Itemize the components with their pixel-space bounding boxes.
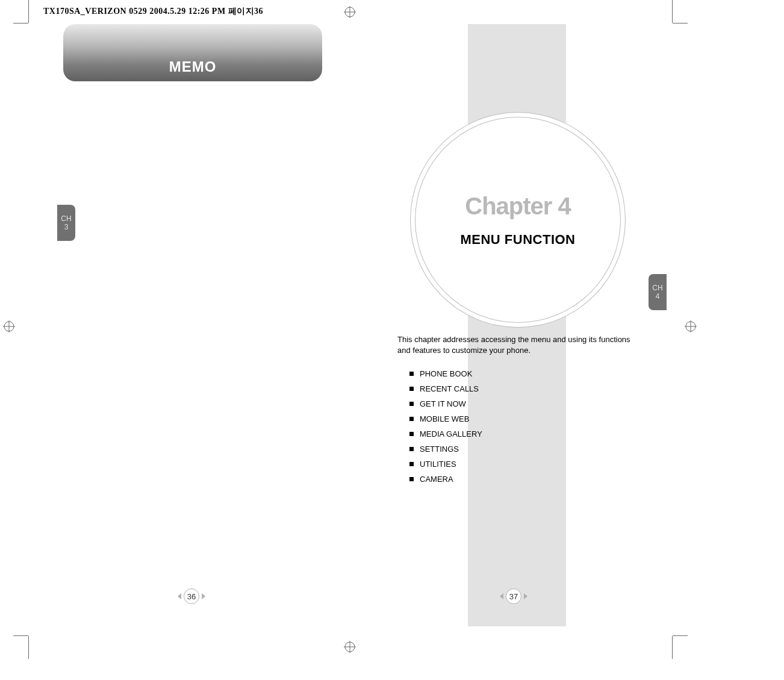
bullet-icon [409, 432, 414, 436]
menu-item-label: CAMERA [420, 475, 453, 484]
bullet-icon [409, 447, 414, 451]
crop-mark [28, 636, 29, 659]
chapter-subtitle: MENU FUNCTION [460, 232, 575, 248]
registration-mark-icon [685, 320, 697, 332]
list-item: MEDIA GALLERY [409, 429, 482, 438]
crop-mark [672, 0, 673, 23]
chapter-circle: Chapter 4 MENU FUNCTION [415, 117, 620, 322]
bullet-icon [409, 477, 414, 481]
bullet-icon [409, 387, 414, 391]
list-item: CAMERA [409, 475, 482, 484]
menu-list: PHONE BOOK RECENT CALLS GET IT NOW MOBIL… [409, 369, 482, 490]
chapter-tab-right: CH 4 [649, 274, 667, 310]
registration-mark-icon [3, 320, 15, 332]
bullet-icon [409, 372, 414, 376]
list-item: GET IT NOW [409, 399, 482, 408]
chapter-title: Chapter 4 [465, 193, 571, 220]
list-item: SETTINGS [409, 444, 482, 454]
menu-item-label: SETTINGS [420, 444, 459, 454]
memo-header-tab: MEMO [63, 24, 322, 81]
menu-item-label: PHONE BOOK [420, 369, 472, 378]
ch-number: 3 [64, 223, 69, 231]
chapter-description: This chapter addresses accessing the men… [397, 334, 641, 356]
document-header: TX170SA_VERIZON 0529 2004.5.29 12:26 PM … [43, 6, 263, 17]
crop-mark [673, 635, 688, 636]
bullet-icon [409, 417, 414, 421]
crop-mark [13, 23, 28, 23]
menu-item-label: MEDIA GALLERY [420, 429, 482, 438]
page-number-right: 37 [502, 588, 526, 604]
menu-item-label: MOBILE WEB [420, 414, 469, 423]
page-number-value: 36 [184, 588, 199, 604]
chapter-tab-left: CH 3 [57, 205, 75, 241]
list-item: MOBILE WEB [409, 414, 482, 423]
list-item: UTILITIES [409, 460, 482, 469]
bullet-icon [409, 402, 414, 406]
registration-mark-icon [344, 641, 356, 653]
crop-mark [673, 23, 688, 23]
menu-item-label: GET IT NOW [420, 399, 466, 408]
page-number-left: 36 [179, 588, 204, 604]
ch-label: CH [652, 284, 662, 292]
page-number-value: 37 [506, 588, 521, 604]
memo-label: MEMO [169, 58, 217, 75]
list-item: RECENT CALLS [409, 384, 482, 393]
ch-label: CH [61, 214, 71, 223]
menu-item-label: UTILITIES [420, 460, 456, 469]
list-item: PHONE BOOK [409, 369, 482, 378]
decorative-column [468, 24, 566, 626]
crop-mark [13, 635, 28, 636]
bullet-icon [409, 462, 414, 466]
ch-number: 4 [656, 292, 660, 301]
registration-mark-icon [344, 6, 356, 18]
menu-item-label: RECENT CALLS [420, 384, 479, 393]
crop-mark [28, 0, 29, 23]
crop-mark [672, 636, 673, 659]
